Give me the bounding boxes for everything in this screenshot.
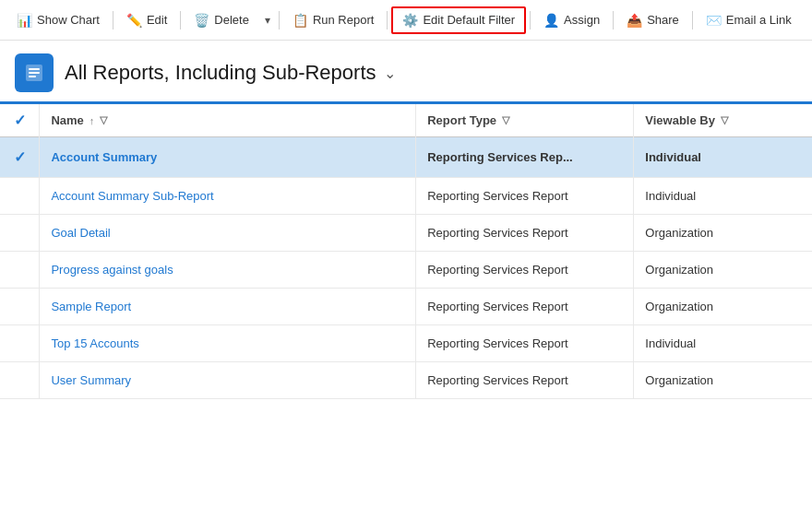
- table-header: ✓ Name ↑ ▽ Report Type ▽: [0, 104, 812, 137]
- type-column-header: Report Type ▽: [416, 104, 634, 137]
- show-chart-button[interactable]: 📊 Show Chart: [7, 8, 109, 32]
- toolbar: 📊 Show Chart ✏️ Edit 🗑️ Delete ▾ 📋 Run R…: [0, 0, 812, 41]
- table-row[interactable]: ✓Account SummaryReporting Services Rep..…: [0, 137, 812, 178]
- report-name-link[interactable]: Account Summary Sub-Report: [51, 189, 213, 203]
- row-name-cell: User Summary: [40, 362, 416, 399]
- check-column-header: ✓: [0, 104, 40, 137]
- row-check-cell[interactable]: ✓: [0, 137, 40, 178]
- page-title: All Reports, Including Sub-Reports: [65, 61, 376, 85]
- header-title-row: All Reports, Including Sub-Reports ⌄: [65, 61, 396, 85]
- toolbar-divider-4: [387, 11, 388, 29]
- share-icon: 📤: [627, 13, 642, 28]
- row-type-cell: Reporting Services Report: [416, 178, 634, 215]
- row-type-cell: Reporting Services Report: [416, 362, 634, 399]
- row-check-cell[interactable]: [0, 362, 40, 399]
- row-name-cell: Top 15 Accounts: [40, 325, 416, 362]
- email-link-button[interactable]: ✉️ Email a Link: [697, 8, 801, 32]
- reports-icon: [24, 63, 44, 83]
- table-row[interactable]: Sample ReportReporting Services ReportOr…: [0, 289, 812, 325]
- name-filter-icon[interactable]: ▽: [100, 114, 107, 126]
- row-check-cell[interactable]: [0, 252, 40, 289]
- row-type-cell: Reporting Services Rep...: [416, 137, 634, 178]
- viewable-column-header: Viewable By ▽: [634, 104, 812, 137]
- row-viewable-cell: Individual: [634, 178, 812, 215]
- name-sort-icon[interactable]: ↑: [90, 115, 95, 126]
- name-column-header: Name ↑ ▽: [40, 104, 416, 137]
- type-filter-icon[interactable]: ▽: [502, 114, 509, 126]
- table-row[interactable]: Goal DetailReporting Services ReportOrga…: [0, 215, 812, 252]
- edit-icon: ✏️: [126, 13, 142, 28]
- row-viewable-cell: Individual: [634, 137, 812, 178]
- run-report-button[interactable]: 📋 Run Report: [283, 8, 383, 32]
- row-name-cell: Account Summary: [40, 137, 416, 178]
- delete-icon: 🗑️: [194, 13, 209, 28]
- edit-default-filter-icon: ⚙️: [402, 13, 418, 28]
- row-viewable-cell: Organization: [634, 252, 812, 289]
- email-link-icon: ✉️: [706, 13, 722, 28]
- svg-rect-1: [29, 68, 40, 70]
- run-report-icon: 📋: [293, 13, 308, 28]
- toolbar-divider-5: [530, 11, 531, 29]
- reports-table-container: ✓ Name ↑ ▽ Report Type ▽: [0, 104, 812, 518]
- report-name-link[interactable]: Goal Detail: [51, 226, 110, 240]
- table-row[interactable]: Account Summary Sub-ReportReporting Serv…: [0, 178, 812, 215]
- page-header: All Reports, Including Sub-Reports ⌄: [0, 41, 812, 104]
- table-row[interactable]: Top 15 AccountsReporting Services Report…: [0, 325, 812, 362]
- report-name-link[interactable]: Top 15 Accounts: [51, 336, 138, 350]
- row-checkmark: ✓: [14, 149, 26, 165]
- assign-button[interactable]: 👤 Assign: [534, 8, 609, 32]
- edit-button[interactable]: ✏️ Edit: [117, 8, 176, 32]
- report-name-link[interactable]: Progress against goals: [51, 263, 173, 277]
- row-check-cell[interactable]: [0, 325, 40, 362]
- svg-rect-2: [29, 72, 40, 74]
- row-name-cell: Progress against goals: [40, 252, 416, 289]
- svg-rect-3: [29, 76, 36, 77]
- table-row[interactable]: Progress against goalsReporting Services…: [0, 252, 812, 289]
- viewable-filter-icon[interactable]: ▽: [721, 114, 728, 126]
- select-all-check[interactable]: ✓: [14, 112, 26, 128]
- table-body: ✓Account SummaryReporting Services Rep..…: [0, 137, 812, 399]
- header-dropdown-chevron[interactable]: ⌄: [384, 65, 396, 82]
- row-viewable-cell: Organization: [634, 215, 812, 252]
- toolbar-divider-6: [613, 11, 614, 29]
- row-viewable-cell: Organization: [634, 362, 812, 399]
- delete-dropdown-button[interactable]: ▾: [260, 9, 275, 31]
- table-row[interactable]: User SummaryReporting Services ReportOrg…: [0, 362, 812, 399]
- toolbar-divider-7: [692, 11, 693, 29]
- row-check-cell[interactable]: [0, 215, 40, 252]
- row-check-cell[interactable]: [0, 289, 40, 325]
- row-name-cell: Sample Report: [40, 289, 416, 325]
- toolbar-divider-2: [180, 11, 181, 29]
- toolbar-divider-3: [279, 11, 280, 29]
- assign-icon: 👤: [543, 13, 559, 28]
- report-name-link[interactable]: User Summary: [51, 373, 131, 387]
- row-check-cell[interactable]: [0, 178, 40, 215]
- show-chart-icon: 📊: [17, 13, 32, 28]
- row-type-cell: Reporting Services Report: [416, 215, 634, 252]
- row-viewable-cell: Individual: [634, 325, 812, 362]
- edit-default-filter-button[interactable]: ⚙️ Edit Default Filter: [391, 6, 526, 34]
- toolbar-divider-1: [113, 11, 113, 29]
- delete-button[interactable]: 🗑️ Delete: [185, 8, 258, 32]
- row-type-cell: Reporting Services Report: [416, 325, 634, 362]
- row-type-cell: Reporting Services Report: [416, 252, 634, 289]
- report-name-link[interactable]: Sample Report: [51, 300, 131, 313]
- reports-table: ✓ Name ↑ ▽ Report Type ▽: [0, 104, 812, 399]
- row-name-cell: Account Summary Sub-Report: [40, 178, 416, 215]
- share-button[interactable]: 📤 Share: [617, 8, 688, 32]
- header-icon: [15, 53, 54, 92]
- row-name-cell: Goal Detail: [40, 215, 416, 252]
- report-name-link[interactable]: Account Summary: [51, 150, 157, 164]
- row-type-cell: Reporting Services Report: [416, 289, 634, 325]
- row-viewable-cell: Organization: [634, 289, 812, 325]
